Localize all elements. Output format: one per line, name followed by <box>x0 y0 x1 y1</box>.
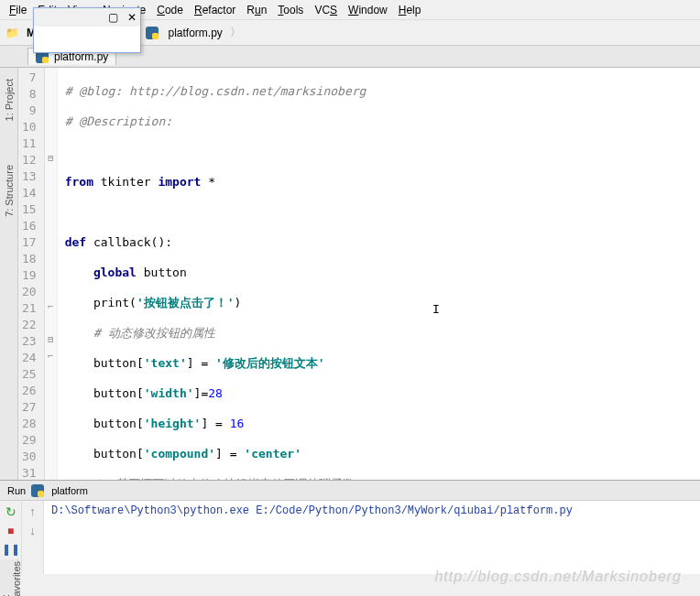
run-toolbar-nav: ↑ ↓ <box>22 501 44 574</box>
floating-titlebar: ▢ ✕ <box>34 8 140 27</box>
menu-vcs[interactable]: VCS <box>309 4 343 16</box>
fold-gutter: ⊟ ⌐ ⊟⌐ <box>45 68 58 480</box>
run-header[interactable]: Run platform <box>0 481 700 501</box>
line-gutter: 7891011 1213141516 1718192021 2223242526… <box>18 68 45 480</box>
text-cursor-icon: I <box>432 302 440 316</box>
tool-structure[interactable]: 7: Structure <box>4 161 15 221</box>
run-label: Run <box>7 485 26 496</box>
arrow-down-icon[interactable]: ↓ <box>29 524 36 537</box>
run-output[interactable]: D:\Software\Python3\python.exe E:/Code/P… <box>44 501 700 574</box>
floating-window[interactable]: ▢ ✕ <box>33 7 141 53</box>
tool-favorites[interactable]: 2: Favorites <box>0 559 22 596</box>
pause-icon[interactable]: ❚❚ <box>2 543 20 556</box>
menu-refactor[interactable]: Refactor <box>189 4 241 16</box>
menu-window[interactable]: Window <box>343 4 393 16</box>
run-config-name: platform <box>51 485 88 496</box>
menu-code[interactable]: Code <box>151 4 189 16</box>
bottom-tool-strip: 2: Favorites <box>0 559 18 596</box>
stop-icon[interactable]: ■ <box>7 525 14 537</box>
python-icon <box>146 27 159 39</box>
rerun-icon[interactable]: ↻ <box>5 504 16 519</box>
folder-icon: 📁 <box>5 27 19 39</box>
fold-icon[interactable]: ⊟ <box>45 150 57 167</box>
menu-run[interactable]: Run <box>241 4 272 16</box>
python-icon <box>31 484 44 497</box>
close-icon[interactable]: ✕ <box>127 11 137 24</box>
menu-file[interactable]: FFileile <box>4 4 32 16</box>
breadcrumb-file[interactable]: platform.py <box>164 27 225 39</box>
chevron-right-icon: 〉 <box>230 25 241 40</box>
arrow-up-icon[interactable]: ↑ <box>29 504 36 518</box>
tool-project[interactable]: 1: Project <box>4 75 15 125</box>
menu-tools[interactable]: Tools <box>272 4 309 16</box>
fold-icon[interactable]: ⊟ <box>45 331 57 348</box>
code-editor[interactable]: 7891011 1213141516 1718192021 2223242526… <box>18 68 700 480</box>
code-area[interactable]: # @blog: http://blog.csdn.net/marksinobe… <box>58 68 509 480</box>
menu-help[interactable]: Help <box>393 4 427 16</box>
run-panel: Run platform ↻ ■ ❚❚ ↑ ↓ D:\Software\Pyth… <box>0 480 700 574</box>
left-tool-strip: 1: Project 7: Structure <box>0 68 18 480</box>
minimize-icon[interactable]: ▢ <box>108 11 118 24</box>
